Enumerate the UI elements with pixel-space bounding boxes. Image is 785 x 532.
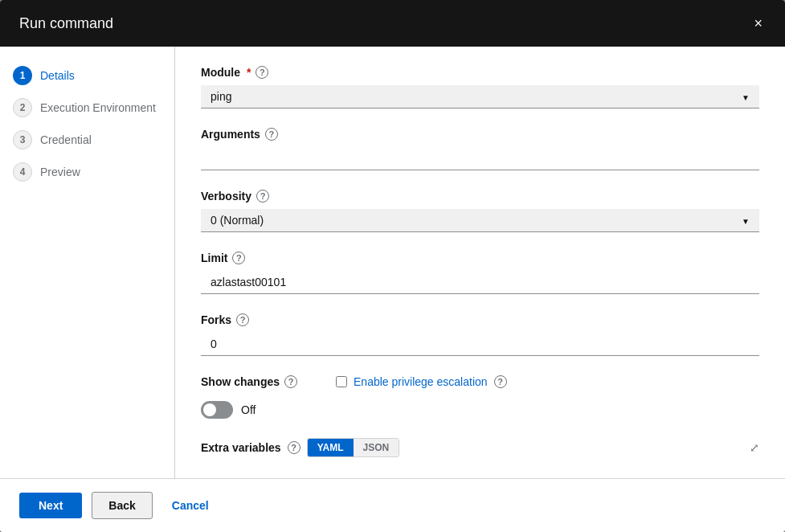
sidebar: 1 Details 2 Execution Environment 3 Cred…: [0, 47, 175, 478]
step-number-2: 2: [13, 98, 32, 117]
sidebar-step-3[interactable]: 3 Credential: [0, 124, 174, 156]
step-number-1: 1: [13, 66, 32, 85]
sidebar-step-4[interactable]: 4 Preview: [0, 156, 174, 188]
privilege-escalation-group: Enable privilege escalation ?: [336, 375, 507, 388]
verbosity-select[interactable]: 0 (Normal) 1 (Verbose) 2 (More Verbose) …: [201, 209, 759, 232]
sidebar-label-details: Details: [40, 69, 75, 82]
show-changes-help-icon[interactable]: ?: [284, 375, 297, 388]
privilege-escalation-label[interactable]: Enable privilege escalation: [354, 375, 488, 388]
verbosity-field-group: Verbosity ? 0 (Normal) 1 (Verbose) 2 (Mo…: [201, 190, 759, 232]
expand-icon[interactable]: ⤢: [750, 441, 759, 454]
extra-variables-header: Extra variables ? YAML JSON ⤢: [201, 438, 759, 457]
module-help-icon[interactable]: ?: [256, 66, 268, 79]
limit-label: Limit ?: [201, 252, 759, 264]
sidebar-label-credential: Credential: [40, 133, 92, 146]
show-changes-row: Show changes ? Off Enable privilege esca…: [201, 375, 759, 419]
show-changes-group: Show changes ? Off: [201, 375, 297, 419]
main-content: Module * ? ping command shell copy fetch: [175, 47, 785, 478]
modal-title: Run command: [19, 15, 113, 32]
limit-input[interactable]: [201, 271, 759, 294]
json-tab-button[interactable]: JSON: [354, 439, 399, 456]
privilege-escalation-help-icon[interactable]: ?: [494, 375, 507, 388]
forks-label: Forks ?: [201, 313, 759, 326]
next-button[interactable]: Next: [19, 493, 82, 518]
toggle-label: Off: [241, 403, 256, 416]
sidebar-step-1[interactable]: 1 Details: [0, 59, 174, 92]
yaml-tab-button[interactable]: YAML: [308, 439, 354, 456]
verbosity-select-wrapper: 0 (Normal) 1 (Verbose) 2 (More Verbose) …: [201, 209, 759, 232]
cancel-button[interactable]: Cancel: [162, 493, 219, 518]
privilege-escalation-checkbox[interactable]: [336, 376, 347, 387]
step-number-3: 3: [13, 130, 32, 149]
arguments-label: Arguments ?: [201, 128, 759, 141]
show-changes-toggle-wrapper: Off: [201, 401, 297, 419]
modal-body: 1 Details 2 Execution Environment 3 Cred…: [0, 47, 785, 478]
module-select-wrapper: ping command shell copy fetch: [201, 85, 759, 108]
extra-variables-help-icon[interactable]: ?: [288, 441, 301, 454]
arguments-input[interactable]: [201, 147, 759, 170]
sidebar-label-preview: Preview: [40, 166, 80, 178]
module-label: Module * ?: [201, 66, 759, 79]
forks-input[interactable]: [201, 333, 759, 356]
modal-footer: Next Back Cancel: [0, 478, 785, 532]
forks-help-icon[interactable]: ?: [236, 313, 249, 326]
limit-field-group: Limit ?: [201, 252, 759, 294]
back-button[interactable]: Back: [92, 492, 152, 519]
close-button[interactable]: ×: [750, 13, 766, 34]
forks-field-group: Forks ?: [201, 313, 759, 356]
verbosity-help-icon[interactable]: ?: [256, 190, 269, 203]
sidebar-label-execution-environment: Execution Environment: [40, 101, 156, 114]
show-changes-label: Show changes ?: [201, 375, 297, 388]
run-command-modal: Run command × 1 Details 2 Execution Envi…: [0, 0, 785, 532]
limit-help-icon[interactable]: ?: [232, 252, 245, 264]
show-changes-toggle[interactable]: [201, 401, 233, 419]
module-field-group: Module * ? ping command shell copy fetch: [201, 66, 759, 108]
sidebar-step-2[interactable]: 2 Execution Environment: [0, 92, 174, 124]
verbosity-label: Verbosity ?: [201, 190, 759, 203]
module-required-indicator: *: [247, 66, 251, 79]
module-select[interactable]: ping command shell copy fetch: [201, 85, 759, 108]
extra-variables-tab-group: YAML JSON: [307, 438, 400, 457]
modal-header: Run command ×: [0, 0, 785, 47]
arguments-field-group: Arguments ?: [201, 128, 759, 170]
extra-variables-group: Extra variables ? YAML JSON ⤢: [201, 438, 759, 457]
step-number-4: 4: [13, 162, 32, 182]
arguments-help-icon[interactable]: ?: [265, 128, 278, 141]
